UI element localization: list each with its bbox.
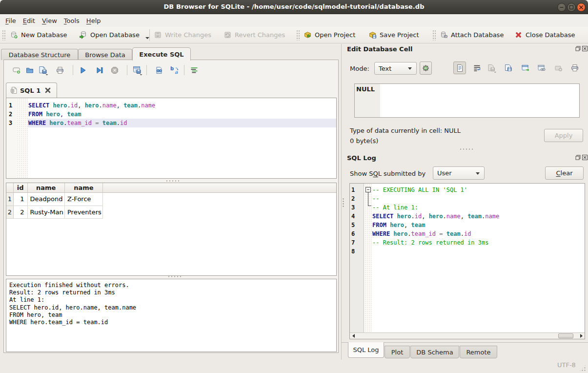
find-replace-button[interactable]: b a — [169, 64, 181, 76]
execute-all-button[interactable] — [77, 64, 89, 76]
revert-changes-button[interactable]: Revert Changes — [223, 27, 285, 43]
column-header-name-2[interactable]: name — [65, 183, 103, 193]
menu-view[interactable]: View — [39, 15, 61, 26]
menu-file[interactable]: File — [2, 15, 20, 26]
import-icon — [487, 63, 497, 73]
mode-combobox[interactable]: Text — [374, 62, 417, 75]
float-log-dock-button[interactable] — [575, 154, 581, 160]
messages-area[interactable]: Execution finished without errors. Resul… — [6, 279, 337, 352]
dock-tab-sql-log[interactable]: SQL Log — [348, 342, 384, 358]
import-cell-data-button[interactable] — [487, 62, 497, 73]
cell-value-editor[interactable]: NULL — [354, 83, 580, 118]
open-project-label: Open Project — [315, 31, 355, 39]
find-replace-icon: b a — [170, 66, 180, 75]
editor-results-splitter[interactable] — [165, 180, 179, 182]
dock-tab-plot[interactable]: Plot — [385, 346, 410, 358]
sql-log-area[interactable]: 1 2 3 4 5 6 7 8 -- EXECUTING ALL IN 'SQL… — [349, 183, 585, 339]
word-wrap-icon — [473, 64, 481, 72]
results-messages-splitter[interactable] — [167, 275, 181, 278]
docks-splitter[interactable] — [459, 148, 473, 150]
export-window-icon — [521, 64, 530, 72]
save-sql-file-button[interactable] — [38, 64, 49, 76]
tab-database-structure[interactable]: Database Structure — [1, 49, 78, 60]
open-project-button[interactable]: Open Project — [304, 27, 355, 43]
table-cell[interactable]: Preventers — [65, 206, 103, 219]
auto-switch-mode-button[interactable] — [420, 62, 432, 75]
set-null-button[interactable] — [553, 62, 564, 73]
sql-editor-tab[interactable]: SQL 1 — [6, 83, 57, 98]
close-button[interactable] — [577, 3, 586, 12]
log-line: -- — [372, 194, 585, 203]
menu-edit[interactable]: Edit — [20, 15, 39, 26]
new-sql-tab-button[interactable] — [11, 64, 22, 76]
show-sql-combobox[interactable]: User — [433, 166, 485, 180]
tab-execute-sql[interactable]: Execute SQL — [132, 47, 191, 61]
menubar: File Edit View Tools Help — [0, 14, 588, 27]
table-cell[interactable]: Z-Force — [65, 193, 103, 206]
close-dock-button[interactable] — [582, 45, 588, 51]
float-dock-button[interactable] — [575, 45, 581, 51]
word-wrap-button[interactable] — [471, 62, 482, 73]
find-button[interactable] — [153, 64, 165, 76]
export-cell-data-button[interactable] — [503, 62, 514, 73]
format-sql-button[interactable] — [188, 64, 200, 76]
apply-button[interactable]: Apply — [544, 129, 583, 142]
open-database-icon — [79, 31, 87, 39]
table-cell[interactable]: Rusty-Man — [28, 206, 65, 219]
titlebar: DB Browser for SQLite - /home/user/code/… — [0, 0, 588, 14]
execute-line-button[interactable] — [94, 64, 105, 76]
scroll-left-icon — [352, 334, 355, 338]
sql-toolbar-separator — [184, 65, 184, 75]
scrollbar-thumb[interactable] — [558, 333, 573, 338]
table-cell[interactable]: Deadpond — [28, 193, 65, 206]
open-database-button[interactable]: Open Database — [79, 27, 149, 43]
open-in-external-button[interactable] — [520, 62, 531, 73]
tab-browse-data[interactable]: Browse Data — [78, 49, 132, 60]
menu-tools[interactable]: Tools — [61, 15, 83, 26]
log-horizontal-scrollbar[interactable] — [350, 332, 585, 339]
menu-help[interactable]: Help — [83, 15, 104, 26]
log-line-numbers: 1 2 3 4 5 6 7 8 — [350, 184, 364, 332]
row-header[interactable]: 1 — [6, 193, 14, 206]
close-tab-icon[interactable] — [45, 87, 51, 93]
scroll-left-button[interactable] — [350, 333, 357, 339]
open-database-dropdown-arrow[interactable] — [145, 37, 149, 39]
close-log-dock-button[interactable] — [582, 154, 588, 160]
toolbar-grip[interactable] — [432, 30, 436, 41]
new-database-button[interactable]: New Database — [10, 27, 67, 43]
maximize-button[interactable] — [567, 3, 576, 12]
write-changes-button[interactable]: Write Changes — [154, 27, 211, 43]
stop-execution-button[interactable] — [109, 64, 121, 76]
open-sql-file-button[interactable] — [24, 64, 36, 76]
toolbar-grip[interactable] — [296, 30, 300, 41]
results-table[interactable]: id name name 1 1 Deadpond Z-Force 2 2 Ru… — [6, 183, 337, 276]
fold-collapse-icon[interactable] — [365, 187, 371, 192]
print-sql-button[interactable] — [54, 64, 66, 76]
row-header[interactable]: 2 — [6, 206, 14, 219]
clear-log-button[interactable]: Clear — [545, 166, 584, 180]
editor-code[interactable]: SELECT hero.id, hero.name, team.name FRO… — [28, 98, 336, 178]
close-database-button[interactable]: Close Database — [514, 27, 575, 43]
toolbar-grip[interactable] — [2, 30, 5, 41]
table-cell[interactable]: 1 — [14, 193, 28, 206]
attach-database-button[interactable]: Attach Database — [440, 27, 504, 43]
column-header-name[interactable]: name — [28, 183, 65, 193]
sql-editor[interactable]: 1 2 3 SELECT hero.id, hero.name, team.na… — [6, 98, 337, 179]
column-header-id[interactable]: id — [14, 183, 28, 193]
link-icon — [537, 64, 547, 72]
dock-tab-remote[interactable]: Remote — [460, 346, 497, 358]
copy-link-button[interactable] — [536, 62, 547, 73]
window-resize-grip[interactable] — [579, 364, 587, 372]
db-browser-window: DB Browser for SQLite - /home/user/code/… — [0, 0, 588, 373]
panes-splitter-handle[interactable] — [342, 198, 345, 207]
scroll-right-button[interactable] — [578, 333, 585, 339]
results-corner-header[interactable] — [6, 183, 14, 193]
open-sql-file-icon — [25, 66, 34, 75]
table-cell[interactable]: 2 — [14, 206, 28, 219]
save-project-button[interactable]: Save Project — [368, 27, 419, 43]
save-results-button[interactable] — [132, 64, 143, 76]
text-mode-button[interactable] — [453, 62, 466, 74]
minimize-button[interactable] — [557, 3, 566, 12]
print-cell-button[interactable] — [569, 62, 580, 73]
dock-tab-db-schema[interactable]: DB Schema — [410, 346, 459, 358]
